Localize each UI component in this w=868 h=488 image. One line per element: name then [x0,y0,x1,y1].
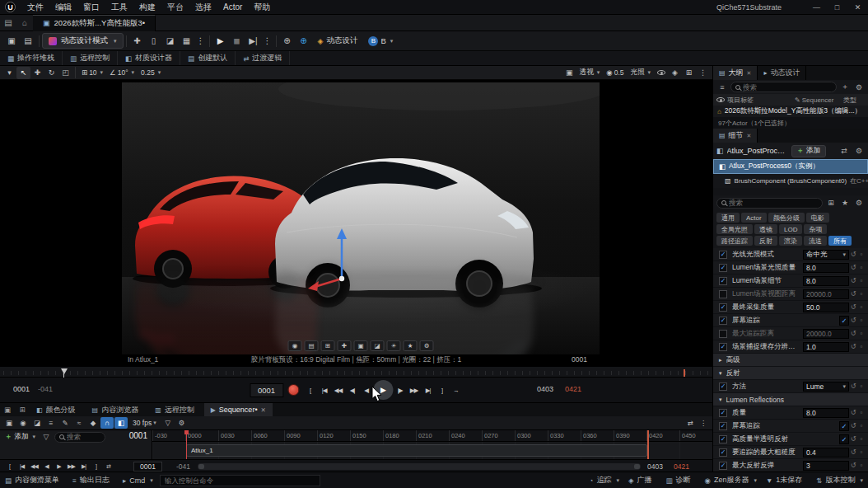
select-tool-icon[interactable]: ↖ [16,67,30,79]
jump-to-end-button[interactable]: ▶| [421,382,435,397]
component-tree-item[interactable]: ▧ BrushComponent (BrushComponent0) 在C++中 [713,174,868,188]
property-row[interactable]: ✓ 光线光照模式 命中光 ↺ ▫ [713,248,868,261]
move-tool-icon[interactable]: ✚ [30,67,44,79]
tab-content-browser[interactable]: ▤ 内容浏览器 [86,403,149,416]
minimize-button[interactable]: — [806,0,827,15]
loop-button[interactable]: ⇄ [102,461,114,472]
fps-dropdown[interactable]: 30 fps ▾ [128,419,161,427]
路径追踪[interactable]: 路径追踪 [716,236,753,246]
property-value[interactable]: 20000.0 [803,329,849,339]
camera-icon[interactable]: ◉ [288,340,302,351]
close-icon[interactable]: ✕ [261,406,266,414]
details-favorites-icon[interactable]: ★ [839,197,851,209]
close-icon[interactable]: ✕ [747,70,752,77]
extra-options-icon[interactable]: ▫ [857,264,866,271]
visibility-eye-icon[interactable] [716,97,725,102]
add-track-button[interactable]: ＋ 添加 ▾ [2,432,38,442]
perspective-dropdown[interactable]: 透视 ▾ [576,68,604,77]
override-checkbox[interactable]: ✓ [719,435,727,443]
create-defaults-button[interactable]: ▤ 创建默认 [180,51,236,65]
level-tab[interactable]: ▣ 2026款特斯...Y高性能版3• [33,15,156,31]
scale-tool-icon[interactable]: ◰ [58,67,72,79]
trace-button[interactable]: ◔ 追踪 ▾ [589,475,619,486]
sequence-icon[interactable]: ▦ [179,33,195,49]
details-display-icon[interactable]: ⊞ [825,197,837,209]
details-options-icon[interactable]: ⚙ [853,197,865,209]
close-icon[interactable]: ✕ [747,133,752,139]
content-browser-icon[interactable]: ▤ [20,33,36,49]
more-options-icon[interactable]: ⋮ [195,33,207,49]
range-lock-icon[interactable]: ◧ [114,417,128,429]
sequencer-settings-icon[interactable]: ⚙ [175,417,189,429]
section-expander-icon[interactable]: ▾ [719,370,722,377]
reverse-button[interactable]: ◀ [40,461,53,472]
details-search-input[interactable] [729,199,818,207]
menu-item[interactable]: Actor [217,0,248,15]
diagnostics-button[interactable]: ▥ 诊断 [665,475,695,486]
extra-options-icon[interactable]: ▫ [857,303,866,311]
transition-logic-button[interactable]: ⇄ 过渡逻辑 [236,51,290,65]
home-icon[interactable]: ⌂ [16,16,33,30]
override-checkbox[interactable]: ✓ [719,251,727,259]
step-forward-button[interactable]: |▶ [393,382,407,397]
extra-options-icon[interactable]: ▫ [857,382,866,390]
sequencer-more-icon[interactable]: ⋮ [697,417,710,429]
component-tree-root-selected[interactable]: ◧ Atlux_PostProcess0（实例） [713,159,868,174]
set-playback-end-button[interactable]: ] [435,382,449,397]
property-value[interactable]: ✓ [839,421,849,431]
extra-options-icon[interactable]: ▫ [857,409,866,416]
timeline-scrubber[interactable] [0,366,712,378]
step-back-button[interactable]: ◀| [345,382,359,397]
unsaved-button[interactable]: ▼ 1未保存 [766,475,807,486]
reset-icon[interactable]: ↺ [849,462,857,469]
console-input-box[interactable] [160,475,320,486]
property-value[interactable]: 1.0 [803,342,849,352]
content-drawer-button[interactable]: ▤ 内容侧滑菜单 [5,475,64,486]
blueprints-icon[interactable]: ▯ [146,33,162,49]
material-designer-button[interactable]: ◧ 材质设计器 [118,51,180,65]
reset-icon[interactable]: ↺ [849,277,857,284]
menu-item[interactable]: 窗口 [77,0,105,15]
panel-dock-icon[interactable]: ▣ [0,404,15,416]
next-key-button[interactable]: ▶▶ [65,461,77,472]
operator-stack-button[interactable]: ▦ 操作符堆栈 [0,51,63,65]
section-expander-icon[interactable]: ▾ [719,396,722,403]
menu-item[interactable]: 构建 [133,0,161,15]
sequencer-current-time[interactable]: 0001 [129,431,147,440]
play-button[interactable]: ▶ [53,461,65,472]
skip-icon[interactable]: ▶| [245,33,262,49]
current-frame-field[interactable]: 0001 [250,383,283,397]
property-row[interactable]: ▸ 高级 ↺ ▫ [713,354,868,367]
property-row[interactable]: ✓ 屏幕追踪 ✓ ↺ ▫ [713,314,868,327]
console-input[interactable] [165,476,315,485]
snap-toggle-icon[interactable]: ∩ [100,417,114,429]
crop-icon[interactable]: ✚ [338,340,352,351]
reset-icon[interactable]: ↺ [849,343,857,350]
details-search[interactable] [716,198,823,209]
camera-speed-button[interactable]: ◉ 0.5 [603,68,627,77]
override-checkbox[interactable]: ✓ [719,277,727,285]
override-checkbox[interactable]: ✓ [719,448,727,457]
set-end-button[interactable]: ] [90,461,102,472]
viewport-options-icon[interactable]: ▾ [2,67,16,79]
所有[interactable]: 所有 [828,236,852,246]
property-value[interactable]: 8.0 [803,408,849,418]
extra-options-icon[interactable]: ▫ [857,422,866,429]
property-value[interactable]: ✓ [839,434,849,444]
reset-icon[interactable]: ↺ [849,448,857,456]
override-checkbox[interactable]: ✓ [719,409,727,417]
透镜[interactable]: 透镜 [754,224,777,234]
property-row[interactable]: Lumen场景视图距离 20000.0 ↺ ▫ [713,288,868,301]
loop-mode-button[interactable]: → [449,382,463,397]
override-checkbox[interactable] [719,330,727,338]
edit-icon[interactable]: ✎ [58,417,72,429]
reset-icon[interactable]: ↺ [849,303,857,311]
outliner-search-input[interactable] [743,83,832,92]
create-camera-icon[interactable]: ◉ [16,417,30,429]
tab-motion-design[interactable]: ▸ 动态设计 [758,66,806,80]
save-icon[interactable]: ▣ [3,33,20,49]
reset-icon[interactable]: ↺ [849,264,857,271]
motion-design-button[interactable]: ◈ 动态设计 [312,33,364,49]
property-value[interactable]: 20000.0 [803,289,849,299]
viewmode-icon[interactable]: ▣ [562,67,576,79]
